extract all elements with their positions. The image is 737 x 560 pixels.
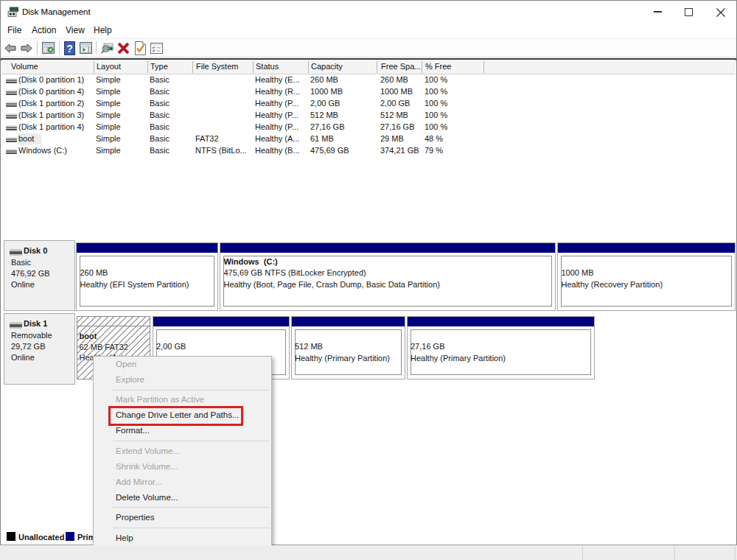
svg-text:?: ? [66, 43, 73, 55]
